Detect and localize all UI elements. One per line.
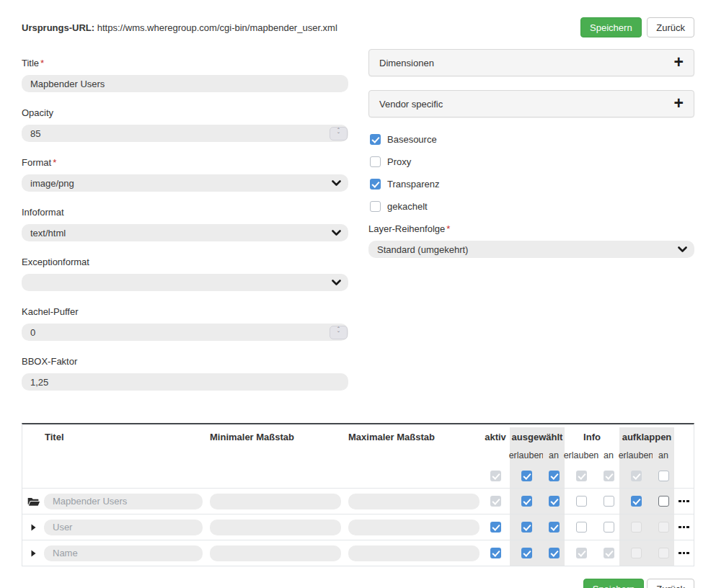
save-button[interactable]: Speichern (580, 17, 642, 37)
origin-url-label: Ursprungs-URL: (22, 22, 94, 33)
kachel-puffer-input[interactable]: 0 ˆˇ (22, 324, 348, 341)
row-title-input[interactable]: Mapbender Users (44, 494, 203, 509)
gekachelt-checkbox[interactable] (370, 201, 381, 212)
transparenz-option: Transparenz (370, 179, 694, 190)
gekachelt-label: gekachelt (387, 201, 428, 212)
info-an-checkbox[interactable] (604, 522, 614, 533)
proxy-label: Proxy (387, 156, 411, 167)
ausgewaehlt-erlauben-checkbox[interactable] (521, 548, 532, 558)
folder-open-icon[interactable] (22, 489, 44, 514)
col-header-info: Info (565, 427, 619, 446)
aufklappen-an-checkbox (658, 522, 669, 533)
chevron-down-icon (678, 246, 687, 253)
subcol-an: an (653, 446, 674, 464)
col-header-min-scale: Minimaler Maßstab (204, 427, 342, 446)
ausgewaehlt-an-checkbox[interactable] (549, 522, 560, 533)
layer-reihenfolge-select[interactable]: Standard (umgekehrt) (368, 241, 694, 258)
row-max-scale-input[interactable] (348, 520, 479, 535)
back-button[interactable]: Zurück (647, 17, 694, 37)
plus-icon[interactable]: + (674, 54, 684, 71)
proxy-checkbox[interactable] (370, 156, 381, 167)
info-erlauben-checkbox[interactable] (576, 496, 587, 507)
dimensionen-panel-label: Dimensionen (379, 58, 434, 68)
chevron-down-icon (332, 180, 341, 187)
master-ausgewaehlt-erlauben-checkbox[interactable] (521, 471, 532, 481)
aktiv-checkbox[interactable] (490, 548, 501, 558)
bbox-faktor-label: BBOX-Faktor (22, 356, 348, 367)
master-info-an-checkbox (604, 471, 614, 481)
subcol-erlauben: erlauben (619, 446, 653, 464)
layer-reihenfolge-label: Layer-Reihenfolge* (368, 223, 694, 234)
format-label: Format* (22, 157, 348, 168)
aufklappen-an-checkbox (658, 548, 669, 558)
ellipsis-icon[interactable] (674, 489, 694, 514)
row-title-input[interactable]: Name (44, 545, 203, 561)
row-title-input[interactable]: User (44, 520, 203, 535)
title-input[interactable]: Mapbender Users (22, 75, 348, 92)
aufklappen-erlauben-checkbox[interactable] (631, 496, 642, 507)
chevron-down-icon (332, 280, 341, 286)
aufklappen-an-checkbox[interactable] (658, 496, 669, 507)
col-header-max-scale: Maximaler Maßstab (342, 427, 481, 446)
infoformat-select[interactable]: text/html (22, 224, 348, 241)
aufklappen-erlauben-checkbox (631, 548, 642, 558)
ausgewaehlt-an-checkbox[interactable] (549, 496, 560, 507)
plus-icon[interactable]: + (674, 95, 684, 112)
basesource-label: Basesource (387, 134, 437, 145)
row-max-scale-input[interactable] (348, 494, 479, 509)
col-header-titel: Titel (44, 427, 204, 446)
table-header-titles: Titel Minimaler Maßstab Maximaler Maßsta… (22, 424, 694, 446)
bbox-faktor-input[interactable]: 1,25 (22, 373, 348, 391)
number-stepper-icon[interactable]: ˆˇ (330, 326, 348, 339)
format-select[interactable]: image/png (22, 174, 348, 192)
row-max-scale-input[interactable] (348, 545, 479, 561)
opacity-input[interactable]: 85 ˆˇ (22, 125, 348, 142)
number-stepper-icon[interactable]: ˆˇ (330, 127, 348, 141)
ausgewaehlt-an-checkbox[interactable] (549, 548, 560, 558)
ellipsis-icon[interactable] (674, 514, 694, 540)
info-an-checkbox (604, 548, 614, 558)
master-aufklappen-erlauben-checkbox (631, 471, 642, 481)
row-min-scale-input[interactable] (210, 520, 341, 535)
ausgewaehlt-erlauben-checkbox[interactable] (521, 496, 532, 507)
dimensionen-panel[interactable]: Dimensionen + (368, 49, 694, 76)
row-min-scale-input[interactable] (210, 545, 341, 561)
topbar-actions: Speichern Zurück (580, 17, 694, 37)
wms-layer-settings-page: Ursprungs-URL: https://wms.wheregroup.co… (0, 0, 716, 588)
subcol-an: an (598, 446, 619, 464)
ausgewaehlt-erlauben-checkbox[interactable] (521, 522, 532, 533)
master-aktiv-checkbox (490, 471, 501, 481)
vendor-specific-panel[interactable]: Vendor specific + (368, 90, 694, 117)
back-button[interactable]: Zurück (647, 579, 694, 588)
footer-actions: Speichern Zurück (22, 579, 694, 588)
origin-url-line: Ursprungs-URL: https://wms.wheregroup.co… (22, 22, 337, 33)
save-button[interactable]: Speichern (583, 579, 645, 588)
ellipsis-icon[interactable] (674, 540, 694, 566)
master-aufklappen-an-checkbox[interactable] (658, 471, 669, 481)
subcol-erlauben: erlauben (510, 446, 543, 464)
layers-table: Titel Minimaler Maßstab Maximaler Maßsta… (22, 423, 694, 566)
info-erlauben-checkbox[interactable] (576, 522, 587, 533)
transparenz-label: Transparenz (387, 179, 440, 190)
master-ausgewaehlt-an-checkbox[interactable] (549, 471, 560, 481)
table-row: User (22, 514, 694, 540)
caret-right-icon[interactable] (22, 540, 44, 566)
row-min-scale-input[interactable] (210, 494, 341, 509)
subcol-an: an (543, 446, 565, 464)
info-an-checkbox[interactable] (604, 496, 614, 507)
col-header-aufklappen: aufklappen (619, 427, 674, 446)
basesource-checkbox[interactable] (370, 134, 381, 145)
info-erlauben-checkbox (576, 548, 587, 558)
col-header-ausgewaehlt: ausgewählt (510, 427, 565, 446)
exceptionformat-label: Exceptionformat (22, 257, 348, 267)
transparenz-checkbox[interactable] (370, 179, 381, 190)
kachel-puffer-label: Kachel-Puffer (22, 306, 348, 317)
table-header-subcolumns: erlauben an erlauben an erlauben an (22, 446, 694, 464)
aktiv-checkbox[interactable] (490, 522, 501, 533)
caret-right-icon[interactable] (22, 514, 44, 540)
required-marker: * (53, 157, 56, 168)
subcol-erlauben: erlauben (565, 446, 598, 464)
exceptionformat-select[interactable] (22, 274, 348, 291)
proxy-option: Proxy (370, 156, 694, 167)
form-right-column: Dimensionen + Vendor specific + Basesour… (368, 49, 694, 406)
